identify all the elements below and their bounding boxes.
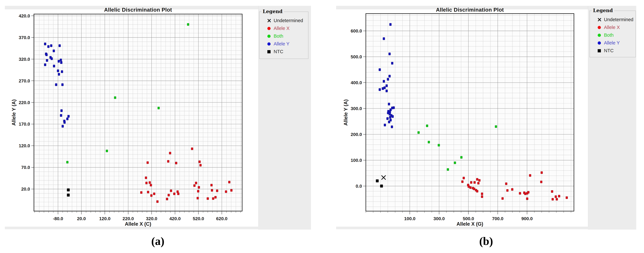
allele-x-point[interactable] [478, 182, 480, 184]
allele-y-point[interactable] [55, 83, 57, 86]
both-point[interactable] [418, 131, 420, 134]
allele-y-point[interactable] [391, 126, 393, 128]
both-point[interactable] [438, 144, 440, 146]
allele-x-point[interactable] [191, 148, 193, 150]
allele-x-point[interactable] [481, 192, 483, 195]
both-point[interactable] [114, 97, 116, 99]
allele-y-point[interactable] [383, 37, 385, 40]
allele-x-point[interactable] [200, 164, 202, 166]
allele-x-point[interactable] [552, 198, 554, 200]
allele-x-point[interactable] [524, 192, 526, 195]
ntc-point[interactable] [380, 185, 383, 187]
allele-x-point[interactable] [150, 194, 152, 197]
scatter-canvas[interactable]: -80.020.0120.0220.0320.0420.0520.0620.02… [0, 0, 644, 253]
both-point[interactable] [426, 125, 428, 127]
allele-x-point[interactable] [146, 182, 148, 184]
allele-y-point[interactable] [392, 115, 394, 118]
allele-y-point[interactable] [50, 45, 52, 47]
allele-y-point[interactable] [58, 60, 60, 63]
allele-y-point[interactable] [384, 124, 386, 126]
allele-x-point[interactable] [140, 191, 142, 194]
allele-x-point[interactable] [149, 181, 151, 184]
allele-y-point[interactable] [388, 75, 391, 77]
both-point[interactable] [447, 168, 449, 171]
allele-x-point[interactable] [216, 190, 218, 192]
allele-y-point[interactable] [60, 61, 62, 64]
allele-y-point[interactable] [60, 109, 63, 112]
allele-x-point[interactable] [463, 177, 465, 179]
allele-x-point[interactable] [147, 191, 149, 193]
allele-x-point[interactable] [207, 197, 209, 200]
allele-x-point[interactable] [198, 160, 201, 163]
allele-y-point[interactable] [379, 88, 381, 91]
allele-y-point[interactable] [60, 114, 62, 117]
allele-y-point[interactable] [47, 45, 50, 48]
allele-x-point[interactable] [476, 178, 478, 181]
allele-x-point[interactable] [225, 190, 227, 193]
allele-x-point[interactable] [462, 180, 464, 183]
allele-x-point[interactable] [156, 200, 158, 203]
allele-y-point[interactable] [53, 50, 55, 52]
allele-x-point[interactable] [481, 195, 483, 198]
allele-y-point[interactable] [383, 80, 385, 83]
both-point[interactable] [66, 161, 68, 163]
allele-y-point[interactable] [58, 45, 61, 47]
allele-y-point[interactable] [46, 59, 48, 62]
allele-x-point[interactable] [511, 188, 513, 191]
allele-x-point[interactable] [153, 192, 155, 195]
allele-y-point[interactable] [387, 78, 389, 81]
allele-x-point[interactable] [555, 195, 557, 198]
allele-x-point[interactable] [529, 174, 531, 177]
both-point[interactable] [158, 107, 160, 109]
allele-y-point[interactable] [62, 125, 64, 128]
allele-y-point[interactable] [388, 121, 390, 123]
allele-x-point[interactable] [527, 191, 529, 193]
allele-y-point[interactable] [46, 54, 48, 56]
allele-x-point[interactable] [167, 160, 169, 162]
allele-x-point[interactable] [470, 181, 472, 184]
allele-x-point[interactable] [558, 195, 560, 197]
allele-x-point[interactable] [176, 190, 178, 193]
allele-x-point[interactable] [211, 189, 213, 192]
allele-x-point[interactable] [170, 190, 172, 192]
allele-y-point[interactable] [386, 90, 388, 92]
allele-x-point[interactable] [519, 192, 521, 194]
allele-x-point[interactable] [197, 197, 199, 199]
allele-x-point[interactable] [168, 194, 170, 196]
both-point[interactable] [187, 23, 189, 26]
allele-x-point[interactable] [474, 181, 476, 184]
allele-x-point[interactable] [173, 192, 175, 195]
allele-x-point[interactable] [195, 182, 197, 184]
allele-x-point[interactable] [150, 184, 152, 186]
allele-y-point[interactable] [386, 117, 388, 120]
allele-x-point[interactable] [210, 184, 212, 186]
allele-y-point[interactable] [58, 73, 60, 76]
allele-x-point[interactable] [145, 176, 147, 179]
allele-x-point[interactable] [556, 198, 558, 200]
both-point[interactable] [428, 141, 430, 143]
both-point[interactable] [106, 150, 108, 152]
allele-x-point[interactable] [566, 196, 568, 199]
allele-y-point[interactable] [68, 115, 70, 118]
allele-y-point[interactable] [379, 68, 381, 71]
allele-y-point[interactable] [61, 83, 64, 86]
allele-x-point[interactable] [175, 162, 177, 164]
ntc-point[interactable] [376, 179, 378, 182]
allele-x-point[interactable] [478, 179, 480, 181]
both-point[interactable] [460, 156, 462, 159]
allele-x-point[interactable] [177, 192, 179, 195]
allele-y-point[interactable] [390, 23, 392, 26]
allele-x-point[interactable] [198, 186, 200, 188]
allele-x-point[interactable] [169, 152, 171, 154]
allele-y-point[interactable] [51, 57, 53, 60]
allele-y-point[interactable] [64, 121, 66, 124]
allele-x-point[interactable] [230, 189, 232, 192]
allele-x-point[interactable] [506, 189, 508, 192]
allele-x-point[interactable] [551, 190, 553, 193]
allele-x-point[interactable] [197, 190, 199, 192]
allele-x-point[interactable] [212, 197, 214, 200]
allele-x-point[interactable] [505, 182, 507, 185]
ntc-point[interactable] [67, 194, 70, 197]
allele-y-point[interactable] [61, 70, 63, 73]
both-point[interactable] [495, 125, 497, 128]
